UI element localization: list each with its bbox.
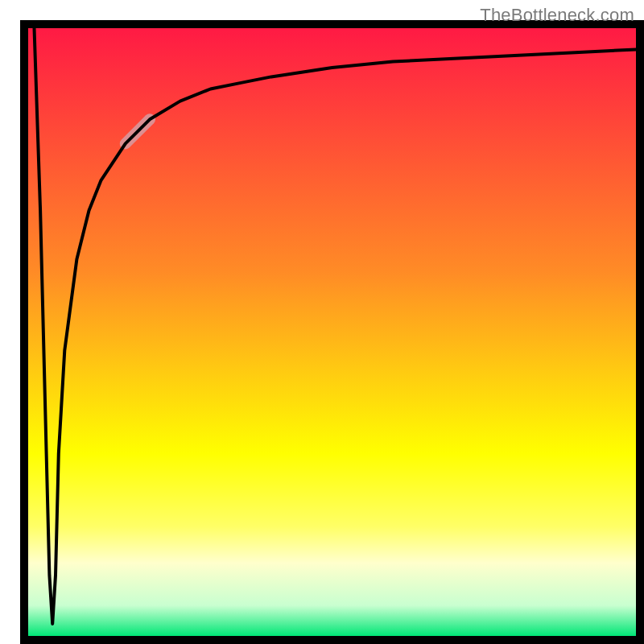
bottleneck-chart xyxy=(0,0,644,644)
watermark-text: TheBottleneck.com xyxy=(480,5,634,26)
chart-container: TheBottleneck.com xyxy=(0,0,644,644)
chart-background xyxy=(28,28,636,636)
